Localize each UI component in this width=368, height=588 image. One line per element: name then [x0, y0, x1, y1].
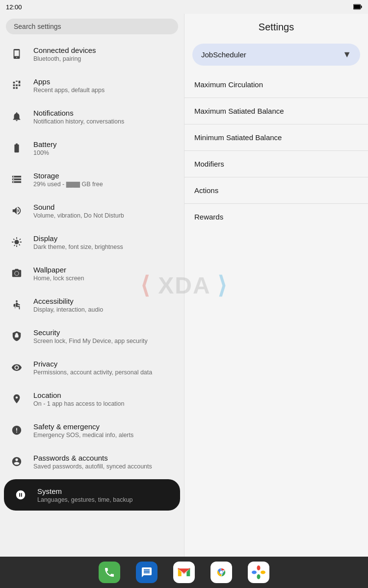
svg-point-13 [257, 571, 261, 574]
apps-text: Apps Recent apps, default apps [33, 77, 176, 94]
sidebar-item-connected-devices[interactable]: Connected devices Bluetooth, pairing [0, 38, 184, 70]
bottom-nav [0, 557, 368, 588]
right-title: Settings [194, 22, 358, 33]
safety-text: Safety & emergency Emergency SOS, medica… [33, 422, 176, 439]
safety-icon [8, 421, 26, 439]
xda-bracket-right: ⟩ [217, 272, 228, 298]
sidebar-item-display[interactable]: Display Dark theme, font size, brightnes… [0, 226, 184, 258]
display-icon [8, 233, 26, 251]
svg-point-11 [257, 574, 261, 579]
sidebar-item-security[interactable]: Security Screen lock, Find My Device, ap… [0, 320, 184, 352]
menu-item-rewards[interactable]: Rewards [184, 204, 368, 230]
sidebar-item-sound[interactable]: Sound Volume, vibration, Do Not Disturb [0, 195, 184, 226]
nav-messages-icon[interactable] [136, 562, 158, 583]
wallpaper-text: Wallpaper Home, lock screen [33, 266, 176, 282]
location-subtitle: On - 1 app has access to location [33, 400, 176, 407]
dropdown-label: JobScheduler [201, 50, 246, 59]
notifications-subtitle: Notification history, conversations [33, 118, 176, 125]
security-text: Security Screen lock, Find My Device, ap… [33, 328, 176, 344]
nav-phone-icon[interactable] [99, 562, 120, 583]
right-panel: Settings JobScheduler ▼ Maximum Circulat… [184, 14, 368, 557]
privacy-subtitle: Permissions, account activity, personal … [33, 369, 176, 376]
accessibility-subtitle: Display, interaction, audio [33, 306, 176, 313]
menu-item-modifiers[interactable]: Modifiers [184, 151, 368, 177]
storage-text: Storage 29% used - ████ GB free [33, 172, 176, 188]
search-text: Search settings [14, 23, 61, 30]
privacy-text: Privacy Permissions, account activity, p… [33, 360, 176, 376]
nav-gmail-icon[interactable] [173, 562, 195, 583]
notifications-icon [8, 108, 26, 125]
menu-item-minimum-satiated-balance[interactable]: Minimum Satiated Balance [184, 124, 368, 151]
status-time: 12:00 [6, 3, 22, 11]
security-title: Security [33, 328, 176, 337]
job-scheduler-dropdown[interactable]: JobScheduler ▼ [192, 44, 360, 66]
passwords-text: Passwords & accounts Saved passwords, au… [33, 454, 176, 470]
passwords-subtitle: Saved passwords, autofill, synced accoun… [33, 463, 176, 470]
wallpaper-subtitle: Home, lock screen [33, 275, 176, 282]
sidebar-item-accessibility[interactable]: Accessibility Display, interaction, audi… [0, 289, 184, 320]
security-subtitle: Screen lock, Find My Device, app securit… [33, 338, 176, 344]
location-title: Location [33, 391, 176, 399]
sidebar-item-passwords[interactable]: Passwords & accounts Saved passwords, au… [0, 446, 184, 477]
connected-devices-title: Connected devices [33, 46, 176, 54]
accessibility-icon [8, 296, 26, 314]
apps-icon [8, 76, 26, 94]
storage-subtitle: 29% used - ████ GB free [33, 181, 176, 188]
battery-settings-icon [8, 139, 26, 157]
connected-devices-icon [8, 45, 26, 63]
location-icon [8, 390, 26, 408]
notifications-title: Notifications [33, 109, 176, 117]
menu-item-maximum-satiated-balance[interactable]: Maximum Satiated Balance [184, 98, 368, 124]
menu-list: Maximum Circulation Maximum Satiated Bal… [184, 72, 368, 230]
sidebar-item-battery[interactable]: Battery 100% [0, 132, 184, 164]
safety-subtitle: Emergency SOS, medical info, alerts [33, 432, 176, 439]
passwords-icon [8, 453, 26, 470]
apps-title: Apps [33, 77, 176, 86]
search-bar[interactable]: Search settings [6, 19, 178, 34]
safety-title: Safety & emergency [33, 422, 176, 431]
svg-point-3 [15, 271, 18, 275]
battery-icon [353, 4, 362, 10]
privacy-icon [8, 359, 26, 376]
battery-text: Battery 100% [33, 140, 176, 156]
storage-title: Storage [33, 172, 176, 180]
connected-devices-subtitle: Bluetooth, pairing [33, 55, 176, 62]
svg-rect-2 [354, 5, 360, 9]
sidebar-item-storage[interactable]: Storage 29% used - ████ GB free [0, 164, 184, 195]
menu-item-actions[interactable]: Actions [184, 177, 368, 204]
sidebar-item-system[interactable]: System Languages, gestures, time, backup [4, 479, 180, 511]
display-title: Display [33, 234, 176, 243]
sidebar-item-privacy[interactable]: Privacy Permissions, account activity, p… [0, 352, 184, 383]
sidebar-item-apps[interactable]: Apps Recent apps, default apps [0, 70, 184, 101]
storage-icon [8, 171, 26, 188]
sound-subtitle: Volume, vibration, Do Not Disturb [33, 212, 176, 219]
nav-photos-icon[interactable] [248, 562, 269, 583]
left-panel: Search settings Connected devices Blueto… [0, 14, 184, 557]
sidebar-item-notifications[interactable]: Notifications Notification history, conv… [0, 101, 184, 132]
connected-devices-text: Connected devices Bluetooth, pairing [33, 46, 176, 62]
wallpaper-title: Wallpaper [33, 266, 176, 274]
sidebar-item-safety[interactable]: Safety & emergency Emergency SOS, medica… [0, 415, 184, 446]
menu-item-maximum-circulation[interactable]: Maximum Circulation [184, 72, 368, 98]
sound-title: Sound [33, 203, 176, 211]
wallpaper-icon [8, 265, 26, 282]
system-title: System [37, 487, 172, 495]
chevron-down-icon: ▼ [342, 49, 351, 60]
passwords-title: Passwords & accounts [33, 454, 176, 462]
svg-rect-1 [361, 6, 362, 8]
sidebar-item-wallpaper[interactable]: Wallpaper Home, lock screen [0, 258, 184, 289]
sidebar-item-location[interactable]: Location On - 1 app has access to locati… [0, 383, 184, 415]
accessibility-title: Accessibility [33, 297, 176, 305]
svg-point-12 [252, 571, 257, 574]
nav-chrome-icon[interactable] [210, 562, 232, 583]
display-subtitle: Dark theme, font size, brightness [33, 244, 176, 250]
battery-subtitle: 100% [33, 149, 176, 156]
sound-icon [8, 202, 26, 220]
dropdown-container: JobScheduler ▼ [192, 44, 360, 66]
status-icons [353, 4, 362, 10]
security-icon [8, 327, 26, 345]
battery-title: Battery [33, 140, 176, 148]
system-icon [12, 486, 29, 504]
display-text: Display Dark theme, font size, brightnes… [33, 234, 176, 250]
sound-text: Sound Volume, vibration, Do Not Disturb [33, 203, 176, 219]
